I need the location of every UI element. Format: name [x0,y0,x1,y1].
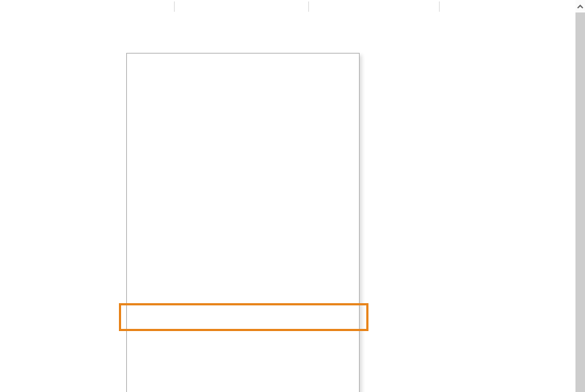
annotation-highlight-box [119,303,368,331]
scroll-up-button[interactable] [575,0,585,12]
column-divider[interactable] [308,1,309,12]
grid-header [0,0,585,13]
keyword-test-editor [0,0,585,392]
chevron-up-icon [576,4,584,10]
column-divider[interactable] [174,1,175,12]
column-divider[interactable] [439,1,440,12]
vertical-scrollbar[interactable] [575,0,585,392]
context-menu [126,53,360,392]
